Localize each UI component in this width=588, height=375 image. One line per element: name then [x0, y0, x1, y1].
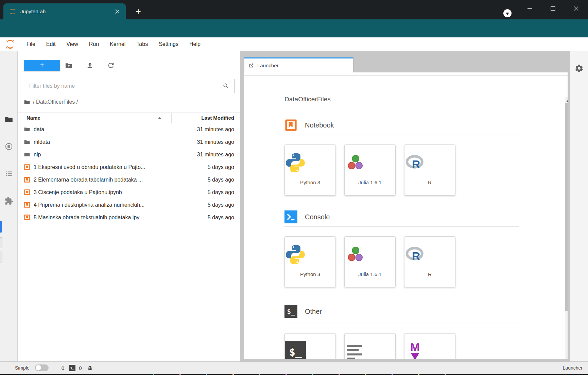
file-row[interactable]: mldata31 minutes ago: [18, 136, 240, 148]
jupyterlab-menubar: FileEditViewRunKernelTabsSettingsHelp: [0, 37, 588, 51]
launcher-card-terminal[interactable]: $_: [284, 333, 336, 359]
menu-view[interactable]: View: [61, 37, 83, 51]
menu-kernel[interactable]: Kernel: [104, 37, 131, 51]
terminal-icon: $_: [285, 341, 306, 359]
file-modified: 31 minutes ago: [197, 139, 234, 145]
menu-file[interactable]: File: [21, 37, 41, 51]
gear-icon[interactable]: [575, 64, 584, 73]
file-row[interactable]: 5 Masinska obrada tekstualnih podataka.i…: [18, 211, 240, 224]
menu-help[interactable]: Help: [184, 37, 206, 51]
console-icon: [284, 210, 297, 223]
card-label: Julia 1.6.1: [345, 180, 395, 185]
browser-toolbar: https://datascientist.napa.gov.rs/user/m…: [0, 19, 588, 37]
vertical-scrollbar[interactable]: [565, 97, 568, 359]
jupyter-favicon-icon: [10, 8, 16, 15]
card-label: R: [404, 180, 455, 185]
launcher-card-text-lines[interactable]: [344, 333, 396, 359]
section-divider: [284, 323, 519, 323]
text-lines-icon: [345, 341, 366, 359]
tab-launcher[interactable]: Launcher: [244, 57, 353, 72]
browser-tab[interactable]: JupyterLab: [3, 3, 126, 19]
launcher-tab-label: Launcher: [257, 63, 279, 68]
file-modified: 5 days ago: [208, 177, 234, 183]
sort-ascending-icon: [158, 117, 162, 119]
menu-edit[interactable]: Edit: [41, 37, 61, 51]
tab-close-icon[interactable]: [114, 8, 121, 15]
left-edge-indicator: [0, 252, 2, 262]
new-folder-button[interactable]: [65, 62, 73, 69]
svg-text:M: M: [410, 341, 420, 354]
scrollbar-thumb[interactable]: [565, 103, 568, 311]
column-header-modified[interactable]: Last Modified: [201, 115, 234, 121]
filter-input[interactable]: [29, 83, 223, 89]
launcher-cards-row: Python 3Julia 1.6.1RR: [284, 236, 561, 287]
current-activity-label: Launcher: [563, 365, 583, 371]
file-row[interactable]: data31 minutes ago: [18, 123, 240, 136]
simple-mode-label: Simple: [15, 365, 30, 371]
sidebar-item-extensions[interactable]: [4, 197, 13, 205]
new-launcher-button[interactable]: +: [24, 60, 60, 71]
window-maximize-button[interactable]: [548, 4, 558, 13]
file-name: 5 Masinska obrada tekstualnih podataka.i…: [34, 215, 208, 221]
file-name: 1 Ekspresni uvod u obradu podataka u Paj…: [34, 164, 208, 170]
upload-button[interactable]: [86, 62, 94, 69]
bug-icon[interactable]: [86, 364, 93, 371]
breadcrumb[interactable]: / DataOfficerFiles /: [24, 98, 78, 106]
new-tab-button[interactable]: +: [133, 6, 143, 16]
launcher-card-python-3[interactable]: Python 3: [284, 144, 336, 195]
window-close-button[interactable]: [571, 4, 581, 13]
kernel-count[interactable]: 0: [62, 365, 64, 371]
menu-tabs[interactable]: Tabs: [131, 37, 153, 51]
section-title: Notebook: [305, 121, 334, 129]
r-icon: R: [404, 244, 426, 265]
terminal-count[interactable]: 0: [79, 365, 82, 371]
file-row[interactable]: nlp31 minutes ago: [18, 148, 240, 161]
menu-settings[interactable]: Settings: [153, 37, 184, 51]
file-name: 2 Elementarna obrada tabelarnih podataka…: [34, 177, 208, 183]
jupyterlab-body: + / DataOfficerFiles / Name Last Modifie…: [0, 51, 588, 361]
column-divider: [171, 113, 172, 123]
python-icon: [285, 152, 306, 173]
file-row[interactable]: 2 Elementarna obrada tabelarnih podataka…: [18, 173, 240, 186]
r-icon: R: [404, 152, 426, 173]
launcher-card-julia-1-6-1[interactable]: Julia 1.6.1: [344, 236, 396, 287]
simple-mode-toggle[interactable]: [35, 364, 49, 371]
home-folder-icon[interactable]: [24, 99, 30, 105]
launcher-card-r[interactable]: RR: [404, 236, 455, 287]
refresh-button[interactable]: [107, 62, 115, 69]
folder-icon: [24, 126, 30, 133]
file-row[interactable]: 4 Priprema i deskriptivna analiza numeri…: [18, 199, 240, 211]
window-minimize-button[interactable]: [525, 4, 535, 13]
file-name: data: [34, 126, 197, 133]
menu-run[interactable]: Run: [84, 37, 104, 51]
file-row[interactable]: 1 Ekspresni uvod u obradu podataka u Paj…: [18, 161, 240, 173]
launcher-card-r[interactable]: RR: [404, 144, 455, 195]
menu-items: FileEditViewRunKernelTabsSettingsHelp: [21, 37, 206, 51]
sidebar-item-running-sessions[interactable]: [4, 142, 13, 151]
launcher-content: DataOfficerFiles NotebookPython 3Julia 1…: [244, 75, 561, 359]
notebook-icon: [24, 176, 30, 183]
card-label: R: [404, 271, 455, 277]
column-header-name[interactable]: Name: [27, 115, 40, 121]
sidebar-item-file-browser[interactable]: [4, 115, 13, 124]
launcher-card-python-3[interactable]: Python 3: [284, 236, 336, 287]
toggle-knob: [36, 365, 41, 371]
svg-text:$_: $_: [287, 308, 295, 316]
launcher-tab-icon: [248, 63, 254, 68]
filter-box: [24, 79, 235, 93]
file-name: 4 Priprema i deskriptivna analiza numeri…: [34, 202, 208, 208]
file-row[interactable]: 3 Ciscenje podataka u Pajtonu.ipynb5 day…: [18, 186, 240, 199]
launcher-card-julia-1-6-1[interactable]: Julia 1.6.1: [344, 144, 396, 195]
left-edge-indicator: [0, 221, 2, 233]
card-label: Python 3: [285, 271, 335, 277]
scroll-up-icon[interactable]: [566, 99, 568, 102]
sidebar-item-table-of-contents[interactable]: [4, 169, 13, 178]
launcher-card-markdown[interactable]: M: [404, 333, 455, 359]
search-icon: [223, 83, 229, 89]
tab-search-button[interactable]: [503, 9, 512, 17]
notebook-icon: [284, 119, 297, 132]
terminal-status-icon[interactable]: $_: [69, 365, 75, 371]
launcher-section-header-console: Console: [284, 210, 561, 223]
file-browser-panel: + / DataOfficerFiles / Name Last Modifie…: [18, 51, 240, 361]
file-modified: 31 minutes ago: [197, 152, 234, 158]
